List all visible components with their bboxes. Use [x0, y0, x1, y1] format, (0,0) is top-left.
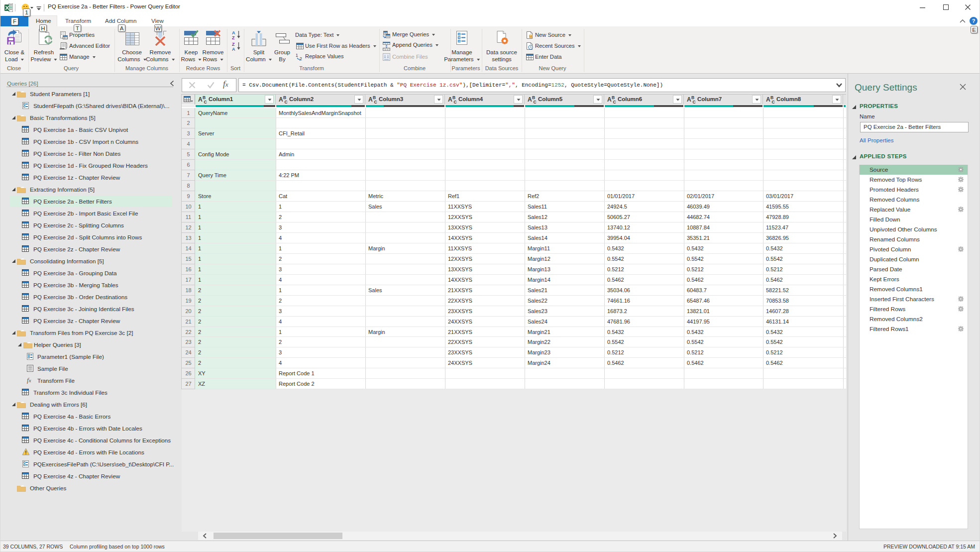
svg-text:?: ? [972, 18, 976, 24]
svg-text:C: C [534, 100, 537, 104]
svg-text:C: C [204, 100, 207, 104]
svg-text:A: A [448, 96, 452, 103]
svg-text:C: C [374, 100, 377, 104]
svg-text:1: 1 [296, 53, 298, 58]
svg-text:C: C [772, 100, 775, 104]
svg-text:Z: Z [232, 42, 235, 47]
svg-text:A: A [528, 96, 532, 103]
svg-text:A: A [607, 96, 612, 103]
svg-text:A: A [279, 96, 283, 103]
svg-text:Z: Z [232, 35, 235, 40]
svg-text:A: A [368, 96, 373, 103]
svg-text:A: A [766, 96, 770, 103]
svg-text:C: C [613, 100, 616, 104]
svg-text:A: A [232, 47, 235, 51]
svg-text:C: C [454, 100, 457, 104]
svg-text:A: A [198, 96, 203, 103]
svg-text:A: A [687, 96, 691, 103]
svg-text:C: C [285, 100, 288, 104]
svg-text:A: A [232, 30, 235, 35]
svg-text:C: C [693, 100, 696, 104]
